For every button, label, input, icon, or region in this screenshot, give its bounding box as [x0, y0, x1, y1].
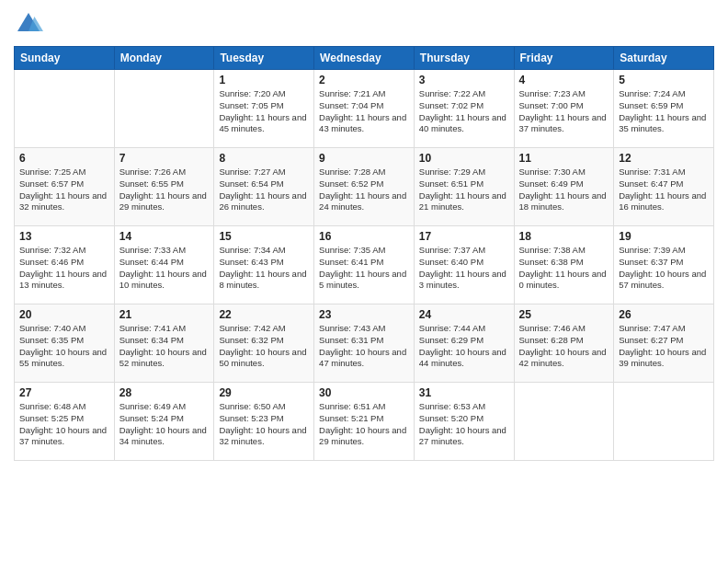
day-info: Sunrise: 7:41 AMSunset: 6:34 PMDaylight:… [119, 323, 210, 370]
day-number: 28 [119, 386, 210, 399]
day-number: 23 [319, 308, 409, 321]
logo [14, 9, 47, 39]
weekday-header-saturday: Saturday [614, 47, 714, 70]
day-number: 19 [619, 230, 709, 243]
day-info: Sunrise: 6:51 AMSunset: 5:21 PMDaylight:… [319, 401, 409, 448]
day-number: 11 [519, 152, 609, 165]
calendar-cell [514, 383, 614, 461]
day-info: Sunrise: 7:31 AMSunset: 6:47 PMDaylight:… [619, 167, 709, 213]
day-info: Sunrise: 7:33 AMSunset: 6:44 PMDaylight:… [119, 245, 210, 292]
day-info: Sunrise: 7:46 AMSunset: 6:28 PMDaylight:… [519, 323, 609, 370]
day-number: 2 [319, 74, 409, 86]
calendar-cell: 10Sunrise: 7:29 AMSunset: 6:51 PMDayligh… [414, 148, 514, 226]
calendar-cell: 18Sunrise: 7:38 AMSunset: 6:38 PMDayligh… [514, 226, 614, 304]
calendar-cell: 15Sunrise: 7:34 AMSunset: 6:43 PMDayligh… [214, 226, 314, 304]
calendar-cell: 20Sunrise: 7:40 AMSunset: 6:35 PMDayligh… [15, 304, 115, 383]
day-info: Sunrise: 6:53 AMSunset: 5:20 PMDaylight:… [419, 401, 509, 448]
calendar-cell: 4Sunrise: 7:23 AMSunset: 7:00 PMDaylight… [514, 70, 614, 148]
day-number: 6 [19, 152, 109, 165]
day-number: 8 [219, 152, 309, 165]
calendar-cell: 1Sunrise: 7:20 AMSunset: 7:05 PMDaylight… [214, 70, 314, 148]
calendar-week-1: 1Sunrise: 7:20 AMSunset: 7:05 PMDaylight… [15, 70, 714, 148]
day-info: Sunrise: 7:37 AMSunset: 6:40 PMDaylight:… [419, 245, 509, 292]
calendar-cell: 16Sunrise: 7:35 AMSunset: 6:41 PMDayligh… [314, 226, 415, 304]
day-number: 25 [519, 308, 609, 321]
day-info: Sunrise: 6:49 AMSunset: 5:24 PMDaylight:… [119, 401, 210, 448]
day-info: Sunrise: 6:50 AMSunset: 5:23 PMDaylight:… [219, 401, 309, 448]
day-number: 27 [19, 386, 109, 399]
day-number: 13 [19, 230, 109, 243]
calendar-cell: 13Sunrise: 7:32 AMSunset: 6:46 PMDayligh… [15, 226, 115, 304]
day-number: 30 [319, 386, 409, 399]
day-number: 21 [119, 308, 210, 321]
day-info: Sunrise: 7:32 AMSunset: 6:46 PMDaylight:… [19, 245, 109, 292]
calendar-cell: 29Sunrise: 6:50 AMSunset: 5:23 PMDayligh… [214, 383, 314, 461]
header [14, 9, 714, 39]
day-info: Sunrise: 7:44 AMSunset: 6:29 PMDaylight:… [419, 323, 509, 370]
day-info: Sunrise: 7:27 AMSunset: 6:54 PMDaylight:… [219, 167, 309, 213]
calendar-cell: 30Sunrise: 6:51 AMSunset: 5:21 PMDayligh… [314, 383, 415, 461]
day-info: Sunrise: 7:24 AMSunset: 6:59 PMDaylight:… [619, 88, 709, 135]
calendar-cell: 31Sunrise: 6:53 AMSunset: 5:20 PMDayligh… [414, 383, 514, 461]
day-number: 31 [419, 386, 509, 399]
day-number: 14 [119, 230, 210, 243]
calendar-table: SundayMondayTuesdayWednesdayThursdayFrid… [14, 46, 714, 461]
day-info: Sunrise: 7:40 AMSunset: 6:35 PMDaylight:… [19, 323, 109, 370]
day-info: Sunrise: 7:39 AMSunset: 6:37 PMDaylight:… [619, 245, 709, 292]
day-number: 4 [519, 74, 609, 86]
calendar-week-2: 6Sunrise: 7:25 AMSunset: 6:57 PMDaylight… [15, 148, 714, 226]
calendar-cell: 12Sunrise: 7:31 AMSunset: 6:47 PMDayligh… [614, 148, 714, 226]
calendar-body: 1Sunrise: 7:20 AMSunset: 7:05 PMDaylight… [15, 70, 714, 461]
day-info: Sunrise: 7:20 AMSunset: 7:05 PMDaylight:… [219, 88, 309, 135]
calendar-cell: 5Sunrise: 7:24 AMSunset: 6:59 PMDaylight… [614, 70, 714, 148]
day-number: 5 [619, 74, 709, 86]
calendar-cell [614, 383, 714, 461]
day-number: 3 [419, 74, 509, 86]
page: SundayMondayTuesdayWednesdayThursdayFrid… [0, 0, 728, 563]
calendar-week-4: 20Sunrise: 7:40 AMSunset: 6:35 PMDayligh… [15, 304, 714, 383]
weekday-header-friday: Friday [514, 47, 614, 70]
day-info: Sunrise: 7:28 AMSunset: 6:52 PMDaylight:… [319, 167, 409, 213]
day-number: 10 [419, 152, 509, 165]
day-number: 15 [219, 230, 309, 243]
calendar-cell: 28Sunrise: 6:49 AMSunset: 5:24 PMDayligh… [114, 383, 214, 461]
calendar-cell: 2Sunrise: 7:21 AMSunset: 7:04 PMDaylight… [314, 70, 415, 148]
day-number: 18 [519, 230, 609, 243]
day-info: Sunrise: 7:29 AMSunset: 6:51 PMDaylight:… [419, 167, 509, 213]
calendar-cell: 21Sunrise: 7:41 AMSunset: 6:34 PMDayligh… [114, 304, 214, 383]
calendar-cell: 7Sunrise: 7:26 AMSunset: 6:55 PMDaylight… [114, 148, 214, 226]
day-number: 17 [419, 230, 509, 243]
calendar-cell: 14Sunrise: 7:33 AMSunset: 6:44 PMDayligh… [114, 226, 214, 304]
day-info: Sunrise: 7:34 AMSunset: 6:43 PMDaylight:… [219, 245, 309, 292]
calendar-week-5: 27Sunrise: 6:48 AMSunset: 5:25 PMDayligh… [15, 383, 714, 461]
day-number: 22 [219, 308, 309, 321]
day-info: Sunrise: 6:48 AMSunset: 5:25 PMDaylight:… [19, 401, 109, 448]
day-info: Sunrise: 7:47 AMSunset: 6:27 PMDaylight:… [619, 323, 709, 370]
weekday-header-row: SundayMondayTuesdayWednesdayThursdayFrid… [15, 47, 714, 70]
calendar-cell: 17Sunrise: 7:37 AMSunset: 6:40 PMDayligh… [414, 226, 514, 304]
day-info: Sunrise: 7:35 AMSunset: 6:41 PMDaylight:… [319, 245, 409, 292]
day-info: Sunrise: 7:25 AMSunset: 6:57 PMDaylight:… [19, 167, 109, 213]
calendar-cell: 8Sunrise: 7:27 AMSunset: 6:54 PMDaylight… [214, 148, 314, 226]
calendar-cell: 6Sunrise: 7:25 AMSunset: 6:57 PMDaylight… [15, 148, 115, 226]
calendar-week-3: 13Sunrise: 7:32 AMSunset: 6:46 PMDayligh… [15, 226, 714, 304]
day-number: 29 [219, 386, 309, 399]
calendar-cell: 25Sunrise: 7:46 AMSunset: 6:28 PMDayligh… [514, 304, 614, 383]
calendar-header: SundayMondayTuesdayWednesdayThursdayFrid… [15, 47, 714, 70]
calendar-cell: 19Sunrise: 7:39 AMSunset: 6:37 PMDayligh… [614, 226, 714, 304]
day-number: 9 [319, 152, 409, 165]
weekday-header-sunday: Sunday [15, 47, 115, 70]
day-number: 24 [419, 308, 509, 321]
day-info: Sunrise: 7:30 AMSunset: 6:49 PMDaylight:… [519, 167, 609, 213]
logo-icon [14, 9, 43, 39]
day-number: 20 [19, 308, 109, 321]
calendar-cell: 23Sunrise: 7:43 AMSunset: 6:31 PMDayligh… [314, 304, 415, 383]
day-info: Sunrise: 7:42 AMSunset: 6:32 PMDaylight:… [219, 323, 309, 370]
calendar-cell: 9Sunrise: 7:28 AMSunset: 6:52 PMDaylight… [314, 148, 415, 226]
day-number: 12 [619, 152, 709, 165]
weekday-header-monday: Monday [114, 47, 214, 70]
day-number: 26 [619, 308, 709, 321]
day-info: Sunrise: 7:21 AMSunset: 7:04 PMDaylight:… [319, 88, 409, 135]
day-number: 7 [119, 152, 210, 165]
day-info: Sunrise: 7:43 AMSunset: 6:31 PMDaylight:… [319, 323, 409, 370]
